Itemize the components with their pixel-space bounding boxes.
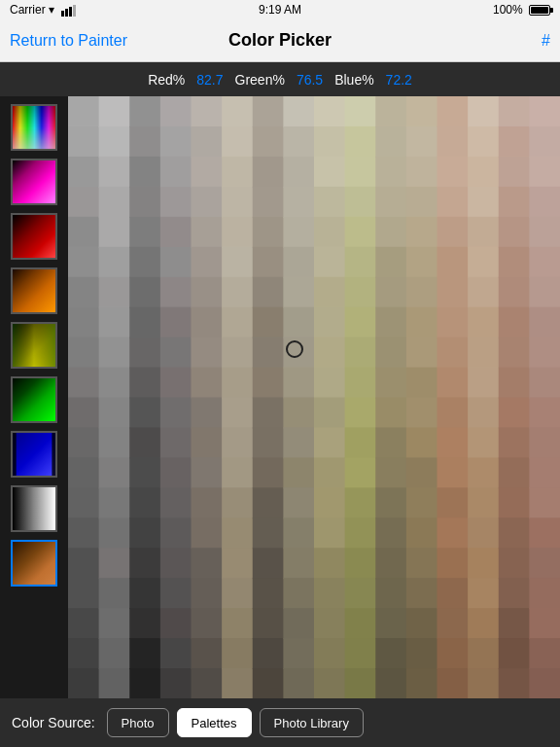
nav-bar: Return to Painter Color Picker # (0, 19, 560, 62)
page-title: Color Picker (228, 30, 332, 51)
red-label: Red% (148, 72, 185, 88)
status-time: 9:19 AM (259, 3, 301, 17)
palette-sidebar (0, 96, 68, 698)
svg-rect-2 (69, 7, 72, 17)
source-label: Color Source: (12, 715, 95, 730)
carrier-text: Carrier ▾ (10, 3, 77, 17)
red-value: 82.7 (196, 72, 223, 88)
bottom-bar: Color Source: Photo Palettes Photo Libra… (0, 698, 560, 747)
battery-indicator: 100% (493, 3, 550, 17)
color-grid-area[interactable] (68, 96, 560, 698)
palette-thumb-current[interactable] (11, 540, 57, 587)
palette-thumb-orangebrown[interactable] (11, 267, 57, 314)
blue-value: 72.2 (386, 72, 412, 88)
green-label: Green% (235, 72, 285, 88)
palette-thumb-yellowgreen[interactable] (11, 322, 57, 369)
blue-label: Blue% (334, 72, 373, 88)
status-bar: Carrier ▾ 9:19 AM 100% (0, 0, 560, 19)
palette-thumb-redblack[interactable] (11, 213, 57, 260)
hash-button[interactable]: # (542, 32, 550, 50)
back-button[interactable]: Return to Painter (10, 32, 127, 50)
main-area (0, 96, 560, 698)
palette-thumb-magenta[interactable] (11, 159, 57, 205)
photo-library-source-button[interactable]: Photo Library (260, 708, 364, 737)
main-palette-canvas[interactable] (68, 96, 560, 698)
color-values-bar: Red%82.7 Green%76.5 Blue%72.2 (0, 62, 560, 96)
palette-thumb-spectrum[interactable] (11, 104, 57, 151)
green-value: 76.5 (297, 72, 323, 88)
svg-rect-0 (61, 11, 64, 17)
palettes-source-button[interactable]: Palettes (177, 708, 252, 737)
svg-rect-1 (65, 9, 68, 17)
palette-thumb-greyscale[interactable] (11, 485, 57, 532)
svg-rect-3 (73, 5, 76, 17)
palette-thumb-green[interactable] (11, 376, 57, 423)
palette-thumb-blue[interactable] (11, 431, 57, 478)
photo-source-button[interactable]: Photo (107, 708, 169, 737)
